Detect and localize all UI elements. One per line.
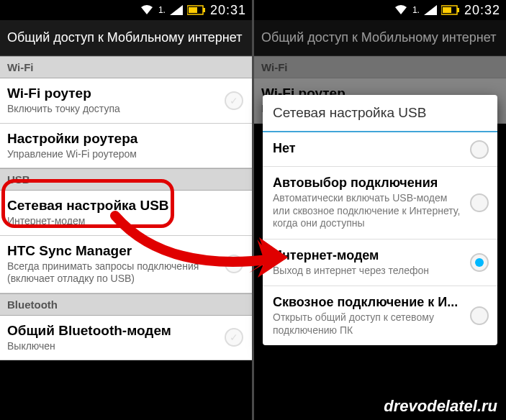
watermark: drevodelatel.ru: [384, 397, 497, 416]
dialog-option-none[interactable]: Нет: [263, 132, 497, 167]
item-subtitle: Всегда принимать запросы подключения (вк…: [7, 260, 216, 286]
item-subtitle: Управление Wi-Fi роутером: [7, 148, 216, 161]
settings-list: Wi-Fi Wi-Fi роутер Включить точку доступ…: [0, 56, 252, 420]
dialog-usb-network: Сетевая настройка USB Нет Автовыбор подк…: [263, 95, 497, 345]
option-title: Интернет-модем: [273, 248, 461, 263]
item-title: Общий Bluetooth-модем: [7, 323, 216, 339]
item-subtitle: Интернет-модем: [7, 215, 216, 228]
option-subtitle: Открыть общий доступ к сетевому подключе…: [273, 311, 461, 337]
item-title: Wi-Fi роутер: [7, 86, 216, 101]
app-header: Общий доступ к Мобильному интернет: [0, 20, 252, 56]
dialog-option-internet-modem[interactable]: Интернет-модем Выход в интернет через те…: [263, 239, 497, 287]
status-bar: 1. 20:32: [254, 0, 506, 20]
status-bar: 1. 20:31: [0, 0, 252, 20]
phone-left: 1. 20:31 Общий доступ к Мобильному интер…: [0, 0, 252, 420]
dialog-option-auto[interactable]: Автовыбор подключения Автоматически вклю…: [263, 167, 497, 239]
signal-icon: [424, 5, 437, 15]
item-subtitle: Включить точку доступа: [7, 103, 216, 116]
section-usb: USB: [0, 168, 252, 191]
checkbox-icon[interactable]: ✓: [225, 255, 243, 273]
item-wifi-router[interactable]: Wi-Fi роутер Включить точку доступа ✓: [0, 78, 252, 124]
clock: 20:32: [464, 3, 500, 18]
option-title: Сквозное подключение к И...: [273, 295, 461, 310]
svg-rect-1: [203, 8, 205, 12]
item-title: Сетевая настройка USB: [7, 198, 216, 214]
battery-icon: [441, 5, 460, 15]
radio-icon-selected[interactable]: [470, 253, 489, 272]
radio-icon[interactable]: [470, 193, 489, 212]
option-subtitle: Выход в интернет через телефон: [273, 265, 461, 278]
option-title: Автовыбор подключения: [273, 175, 461, 191]
dialog-title: Сетевая настройка USB: [263, 95, 497, 132]
checkbox-icon[interactable]: ✓: [225, 328, 243, 347]
option-title: Нет: [273, 141, 461, 156]
clock: 20:31: [210, 3, 246, 18]
option-subtitle: Автоматически включать USB-модем или скв…: [273, 192, 461, 230]
item-title: Настройки роутера: [7, 131, 216, 147]
phone-right: 1. 20:32 Общий доступ к Мобильному интер…: [254, 0, 506, 420]
svg-rect-5: [443, 7, 451, 13]
wifi-icon: [140, 4, 154, 16]
item-usb-network[interactable]: Сетевая настройка USB Интернет-модем: [0, 191, 252, 236]
item-subtitle: Выключен: [7, 340, 216, 353]
sim-label: 1.: [158, 5, 166, 15]
svg-rect-4: [457, 8, 459, 12]
item-htc-sync[interactable]: HTC Sync Manager Всегда принимать запрос…: [0, 236, 252, 293]
sim-label: 1.: [412, 5, 420, 15]
dialog-option-passthrough[interactable]: Сквозное подключение к И... Открыть общи…: [263, 286, 497, 345]
radio-icon[interactable]: [470, 140, 489, 159]
item-router-settings[interactable]: Настройки роутера Управление Wi-Fi роуте…: [0, 124, 252, 169]
checkbox-icon[interactable]: ✓: [225, 91, 243, 110]
radio-icon[interactable]: [470, 306, 489, 325]
svg-rect-2: [189, 7, 197, 13]
wifi-icon: [394, 4, 408, 16]
signal-icon: [170, 5, 183, 15]
section-bluetooth: Bluetooth: [0, 293, 252, 316]
item-title: HTC Sync Manager: [7, 243, 216, 259]
battery-icon: [187, 5, 206, 15]
section-wifi: Wi-Fi: [0, 56, 252, 78]
item-bt-modem[interactable]: Общий Bluetooth-модем Выключен ✓: [0, 316, 252, 361]
